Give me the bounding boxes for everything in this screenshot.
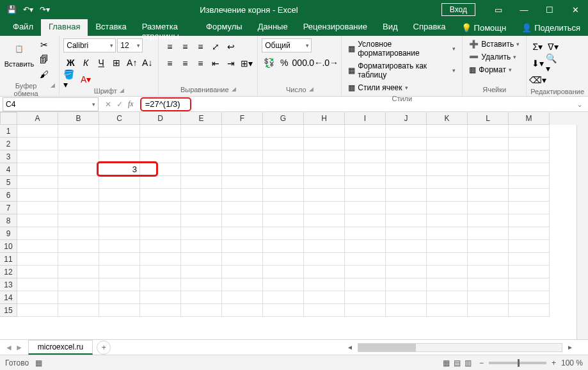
cell[interactable] [222, 278, 263, 291]
cell[interactable] [345, 138, 386, 150]
cell[interactable] [386, 278, 427, 291]
dialog-launcher-icon[interactable]: ◢ [309, 86, 314, 93]
cell[interactable] [222, 214, 263, 227]
cell[interactable] [58, 304, 99, 317]
sort-filter-icon[interactable]: ᐁ▾ [546, 40, 560, 53]
cell[interactable] [17, 138, 58, 150]
cell[interactable] [345, 189, 386, 202]
cell[interactable] [140, 214, 181, 227]
cell[interactable] [509, 125, 550, 138]
cell[interactable] [181, 150, 222, 163]
login-button[interactable]: Вход [441, 3, 475, 16]
row-header[interactable]: 4 [0, 163, 17, 176]
column-header[interactable]: M [509, 112, 550, 125]
dialog-launcher-icon[interactable]: ◢ [51, 82, 55, 97]
cell[interactable] [468, 189, 509, 202]
tab-file[interactable]: Файл [5, 19, 41, 36]
cell[interactable] [181, 176, 222, 189]
copy-icon[interactable]: 🗐 [37, 53, 51, 66]
cell[interactable] [509, 227, 550, 240]
row-header[interactable]: 7 [0, 202, 17, 214]
cell[interactable] [58, 266, 99, 278]
row-header[interactable]: 10 [0, 240, 17, 253]
cell[interactable] [386, 304, 427, 317]
cell[interactable] [140, 176, 181, 189]
cell[interactable] [468, 266, 509, 278]
cell[interactable] [222, 138, 263, 150]
cell[interactable] [99, 227, 140, 240]
cell[interactable] [140, 138, 181, 150]
cell[interactable] [304, 202, 345, 214]
cell[interactable] [99, 125, 140, 138]
align-center-icon[interactable]: ≡ [178, 57, 192, 70]
cell[interactable] [58, 291, 99, 304]
cell[interactable] [263, 304, 304, 317]
cell[interactable] [222, 227, 263, 240]
align-right-icon[interactable]: ≡ [193, 57, 207, 70]
tab-layout[interactable]: Разметка страницы [134, 19, 198, 36]
align-bottom-icon[interactable]: ≡ [193, 40, 207, 53]
cancel-formula-icon[interactable]: ✕ [105, 100, 111, 109]
cell[interactable] [509, 163, 550, 176]
cell[interactable] [427, 291, 468, 304]
wrap-text-icon[interactable]: ↩ [224, 40, 238, 53]
sheet-nav-next-icon[interactable]: ► [15, 343, 23, 352]
cell[interactable] [509, 176, 550, 189]
page-layout-icon[interactable]: ▤ [454, 358, 461, 367]
comma-icon[interactable]: 000 [292, 56, 306, 69]
cell[interactable] [17, 253, 58, 266]
dialog-launcher-icon[interactable]: ◢ [232, 86, 236, 93]
cell[interactable] [181, 138, 222, 150]
cell[interactable] [427, 163, 468, 176]
column-header[interactable]: H [304, 112, 345, 125]
conditional-formatting-button[interactable]: ▦ Условное форматирование▾ [346, 38, 458, 59]
cell[interactable] [140, 227, 181, 240]
tell-me[interactable]: 💡 Помощн [454, 19, 514, 36]
cell[interactable] [427, 189, 468, 202]
cell[interactable] [427, 304, 468, 317]
currency-icon[interactable]: 💱 [262, 56, 276, 69]
cell[interactable] [386, 189, 427, 202]
cut-icon[interactable]: ✂ [37, 38, 51, 51]
cell[interactable] [99, 176, 140, 189]
cell[interactable] [468, 291, 509, 304]
cell[interactable] [58, 278, 99, 291]
cell[interactable] [140, 291, 181, 304]
cell[interactable] [386, 240, 427, 253]
column-header[interactable]: B [58, 112, 99, 125]
dialog-launcher-icon[interactable]: ◢ [120, 87, 124, 95]
cell[interactable] [304, 240, 345, 253]
cell[interactable] [17, 176, 58, 189]
cell[interactable] [181, 304, 222, 317]
clear-icon[interactable]: ⌫▾ [530, 74, 544, 86]
cell[interactable] [509, 214, 550, 227]
cell[interactable] [304, 214, 345, 227]
align-left-icon[interactable]: ≡ [163, 57, 177, 70]
increase-decimal-icon[interactable]: .0← [308, 56, 322, 69]
cell[interactable] [17, 304, 58, 317]
number-format-selector[interactable]: Общий [262, 38, 312, 52]
cell[interactable] [427, 176, 468, 189]
cell[interactable] [386, 253, 427, 266]
cell[interactable] [427, 227, 468, 240]
zoom-slider[interactable] [489, 362, 546, 364]
font-name-selector[interactable]: Calibri [63, 38, 116, 52]
tab-formulas[interactable]: Формулы [198, 19, 250, 36]
cell[interactable] [263, 291, 304, 304]
cell[interactable] [17, 278, 58, 291]
tab-review[interactable]: Рецензирование [296, 19, 375, 36]
underline-button[interactable]: Ч [94, 56, 108, 69]
cell[interactable] [17, 227, 58, 240]
column-header[interactable]: A [17, 112, 58, 125]
cell[interactable] [468, 202, 509, 214]
save-icon[interactable]: 💾 [5, 3, 18, 16]
cell[interactable] [304, 291, 345, 304]
cell[interactable] [386, 125, 427, 138]
row-header[interactable]: 3 [0, 150, 17, 163]
column-header[interactable]: G [263, 112, 304, 125]
cell[interactable] [58, 163, 99, 176]
cell[interactable] [468, 304, 509, 317]
name-box[interactable]: C4 [3, 97, 99, 111]
cell[interactable] [345, 176, 386, 189]
expand-formula-icon[interactable]: ⌄ [571, 100, 588, 109]
